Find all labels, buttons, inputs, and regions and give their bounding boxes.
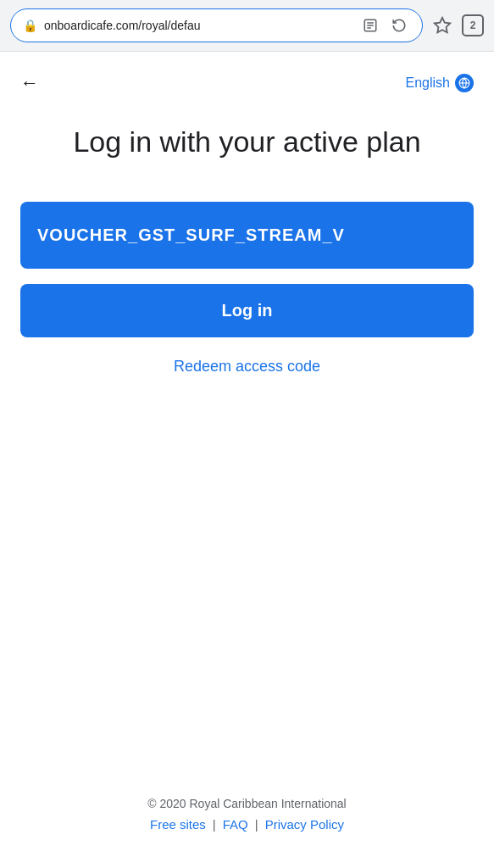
- privacy-policy-link[interactable]: Privacy Policy: [265, 817, 344, 832]
- url-text: onboardicafe.com/royal/defau: [44, 19, 352, 32]
- star-icon: [433, 16, 452, 35]
- redeem-access-code-button[interactable]: Redeem access code: [20, 358, 474, 376]
- voucher-input-container: [20, 202, 474, 269]
- browser-toolbar: 🔒 onboardicafe.com/royal/defau: [10, 8, 484, 42]
- footer: © 2020 Royal Caribbean International Fre…: [0, 797, 494, 832]
- language-label: English: [406, 75, 450, 91]
- globe-icon: [455, 74, 474, 92]
- tab-count-badge[interactable]: 2: [462, 14, 484, 36]
- reload-button[interactable]: [388, 14, 410, 36]
- page-wrapper: ← English Log in with your active plan L…: [0, 52, 494, 865]
- svg-marker-4: [435, 18, 450, 32]
- free-sites-link[interactable]: Free sites: [150, 817, 206, 832]
- footer-links: Free sites | FAQ | Privacy Policy: [17, 817, 477, 832]
- bookmark-button[interactable]: [430, 13, 455, 38]
- address-bar[interactable]: 🔒 onboardicafe.com/royal/defau: [10, 8, 423, 42]
- back-button[interactable]: ←: [20, 69, 46, 97]
- voucher-input[interactable]: [20, 202, 474, 269]
- main-heading: Log in with your active plan: [20, 125, 474, 159]
- page-content: ← English Log in with your active plan L…: [0, 52, 494, 409]
- browser-chrome: 🔒 onboardicafe.com/royal/defau: [0, 0, 494, 52]
- reader-mode-button[interactable]: [359, 14, 381, 36]
- reload-icon: [391, 18, 407, 33]
- separator-2: |: [255, 817, 258, 832]
- separator-1: |: [213, 817, 216, 832]
- language-selector[interactable]: English: [406, 74, 474, 92]
- nav-row: ← English: [20, 69, 474, 97]
- faq-link[interactable]: FAQ: [223, 817, 248, 832]
- copyright-text: © 2020 Royal Caribbean International: [17, 797, 477, 810]
- lock-icon: 🔒: [23, 19, 37, 32]
- login-button[interactable]: Log in: [20, 284, 474, 337]
- reader-icon: [363, 18, 378, 33]
